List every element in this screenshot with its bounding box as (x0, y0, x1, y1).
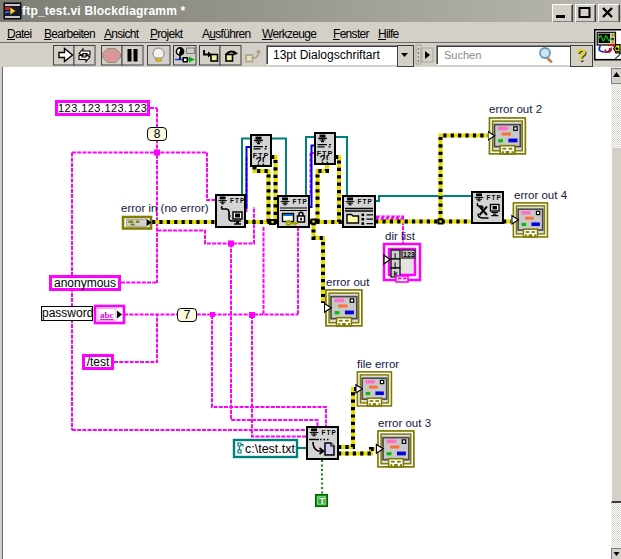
svg-text:i: i (394, 251, 396, 260)
svg-text:?!: ?! (256, 156, 265, 167)
svg-text:T: T (319, 495, 325, 506)
svg-text:?!: ?! (320, 154, 329, 165)
svg-text:j: j (393, 260, 396, 269)
svg-text:abc: abc (100, 310, 114, 320)
svg-text:123: 123 (403, 251, 415, 258)
